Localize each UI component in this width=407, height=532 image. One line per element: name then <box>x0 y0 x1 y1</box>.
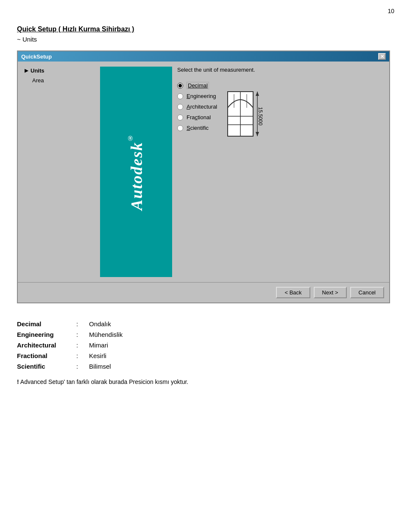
radio-row-scientific[interactable]: Scientific <box>177 125 217 131</box>
glossary-row-scientific: Scientific : Bilimsel <box>17 363 390 370</box>
dialog-titlebar: QuickSetup ✕ <box>18 51 389 62</box>
label-engineering: Engineering <box>187 93 216 99</box>
autodesk-banner: Autodesk® <box>100 67 172 277</box>
right-panel: Select the unit of measurement. Decimal <box>177 67 384 277</box>
next-button[interactable]: Next > <box>314 287 347 298</box>
quicksetup-dialog: QuickSetup ✕ ▶ Units Area Autodesk® <box>17 50 390 303</box>
glossary-row-engineering: Engineering : Mühendislik <box>17 331 390 338</box>
label-scientific: Scientific <box>187 125 209 131</box>
def-architectural: Mimari <box>89 342 108 349</box>
def-fractional: Kesirli <box>89 352 106 359</box>
instruction-text: Select the unit of measurement. <box>177 67 384 73</box>
unit-options: Decimal Engineering <box>177 82 217 150</box>
nav-label-units: Units <box>31 67 45 74</box>
back-button[interactable]: < Back <box>276 287 310 298</box>
radio-fractional[interactable] <box>177 115 183 120</box>
glossary-row-fractional: Fractional : Kesirli <box>17 352 390 359</box>
colon-engineering: : <box>76 331 89 338</box>
colon-architectural: : <box>76 342 89 349</box>
radio-row-decimal[interactable]: Decimal <box>177 82 217 89</box>
radio-engineering[interactable] <box>177 93 183 99</box>
nav-item-units[interactable]: ▶ Units <box>23 67 95 75</box>
radio-decimal[interactable] <box>177 83 183 89</box>
glossary-row-decimal: Decimal : Ondalık <box>17 320 390 328</box>
colon-fractional: : <box>76 352 89 359</box>
left-nav-panel: ▶ Units Area <box>23 67 95 277</box>
colon-scientific: : <box>76 363 89 370</box>
term-decimal: Decimal <box>17 320 76 328</box>
svg-marker-8 <box>256 92 259 96</box>
radio-row-fractional[interactable]: Fractional <box>177 114 217 120</box>
section-title: Quick Setup ( Hızlı Kurma Sihirbazı ) <box>17 25 390 33</box>
label-architectural: Architectural <box>187 104 217 110</box>
radio-row-engineering[interactable]: Engineering <box>177 93 217 99</box>
svg-marker-9 <box>256 132 259 136</box>
arrow-icon: ▶ <box>25 68 28 73</box>
exclamation: ! <box>17 378 19 385</box>
term-engineering: Engineering <box>17 331 76 338</box>
dialog-footer: < Back Next > Cancel <box>18 282 389 302</box>
radio-row-architectural[interactable]: Architectural <box>177 104 217 110</box>
term-architectural: Architectural <box>17 342 76 349</box>
close-button[interactable]: ✕ <box>378 53 386 60</box>
term-scientific: Scientific <box>17 363 76 370</box>
glossary-section: Decimal : Ondalık Engineering : Mühendis… <box>17 320 390 370</box>
def-decimal: Ondalık <box>89 320 111 328</box>
window-diagram: 15.5000 <box>226 91 264 150</box>
page-number: 10 <box>387 8 394 14</box>
radio-architectural[interactable] <box>177 104 183 110</box>
nav-label-area: Area <box>32 77 44 84</box>
dialog-title: QuickSetup <box>21 53 52 60</box>
note-content: Advanced Setup' tan farklı olarak burada… <box>20 378 188 385</box>
svg-text:15.5000: 15.5000 <box>257 107 263 126</box>
cancel-button[interactable]: Cancel <box>350 287 384 298</box>
note-text: ! Advanced Setup' tan farklı olarak bura… <box>17 378 390 385</box>
nav-item-area[interactable]: Area <box>23 77 95 84</box>
label-fractional: Fractional <box>187 114 211 120</box>
colon-decimal: : <box>76 320 89 328</box>
section-subtitle: ~ Units <box>17 36 390 43</box>
def-scientific: Bilimsel <box>89 363 111 370</box>
autodesk-logo-text: Autodesk® <box>127 134 146 210</box>
term-fractional: Fractional <box>17 352 76 359</box>
glossary-row-architectural: Architectural : Mimari <box>17 342 390 349</box>
label-decimal: Decimal <box>187 82 209 89</box>
diagram-svg: 15.5000 <box>226 91 264 150</box>
def-engineering: Mühendislik <box>89 331 123 338</box>
radio-scientific[interactable] <box>177 125 183 131</box>
